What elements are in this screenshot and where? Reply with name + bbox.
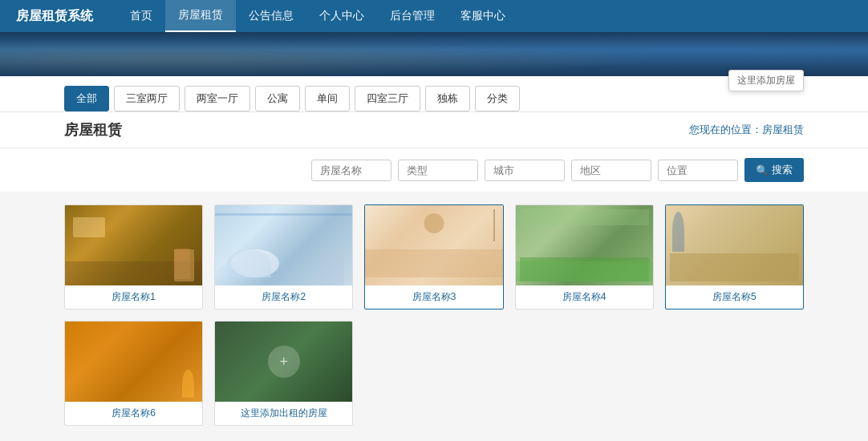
breadcrumb: 您现在的位置：房屋租赁 <box>689 123 804 137</box>
filter-tab-detached[interactable]: 独栋 <box>425 86 470 111</box>
filter-tab-single[interactable]: 单间 <box>305 86 350 111</box>
nav-admin[interactable]: 后台管理 <box>377 0 448 32</box>
house-name-1[interactable]: 房屋名称1 <box>65 285 202 309</box>
house-image-placeholder: + <box>215 322 352 402</box>
search-area-input[interactable] <box>571 160 651 181</box>
house-image-1 <box>65 205 202 285</box>
filter-area: 全部 三室两厅 两室一厅 公寓 单间 四室三厅 独栋 分类 这里添加房屋 <box>0 76 868 112</box>
house-grid-row1: 房屋名称1 房屋名称2 房屋名称3 房屋名称4 <box>64 204 804 310</box>
house-image-5 <box>666 205 803 285</box>
breadcrumb-prefix: 您现在的位置： <box>689 123 762 136</box>
search-city-input[interactable] <box>485 160 565 181</box>
filter-tab-2room1hall[interactable]: 两室一厅 <box>185 86 250 111</box>
filter-tab-category[interactable]: 分类 <box>475 86 520 111</box>
add-house-tooltip: 这里添加房屋 <box>728 70 804 91</box>
content-area: 房屋名称1 房屋名称2 房屋名称3 房屋名称4 <box>0 192 868 441</box>
search-icon: 🔍 <box>756 164 769 176</box>
house-card-6[interactable]: 房屋名称6 <box>64 321 203 426</box>
house-grid-row2: 房屋名称6 + 这里添加出租的房屋 <box>64 321 804 426</box>
house-name-placeholder[interactable]: 这里添加出租的房屋 <box>215 402 352 425</box>
house-card-5[interactable]: 房屋名称5 <box>665 204 804 310</box>
house-image-6 <box>65 322 202 402</box>
house-name-4[interactable]: 房屋名称4 <box>516 285 653 309</box>
breadcrumb-bar: 房屋租赁 您现在的位置：房屋租赁 <box>0 112 868 148</box>
house-name-6[interactable]: 房屋名称6 <box>65 402 202 425</box>
house-image-3 <box>365 205 502 285</box>
breadcrumb-current: 房屋租赁 <box>762 123 804 136</box>
nav-home[interactable]: 首页 <box>117 0 165 32</box>
nav-links: 首页 房屋租赁 公告信息 个人中心 后台管理 客服中心 <box>117 0 518 32</box>
house-card-4[interactable]: 房屋名称4 <box>515 204 654 310</box>
house-name-2[interactable]: 房屋名称2 <box>215 285 352 309</box>
house-name-5[interactable]: 房屋名称5 <box>666 285 803 309</box>
search-location-input[interactable] <box>658 160 738 181</box>
house-name-3[interactable]: 房屋名称3 <box>365 285 502 309</box>
house-card-1[interactable]: 房屋名称1 <box>64 204 203 310</box>
search-bar: 🔍 搜索 <box>0 148 868 192</box>
filter-tab-all[interactable]: 全部 <box>64 86 109 111</box>
filter-tab-3room2hall[interactable]: 三室两厅 <box>114 86 180 111</box>
search-type-input[interactable] <box>398 160 478 181</box>
page-title: 房屋租赁 <box>64 120 122 140</box>
nav-support[interactable]: 客服中心 <box>448 0 518 32</box>
search-name-input[interactable] <box>311 160 391 181</box>
navbar: 房屋租赁系统 首页 房屋租赁 公告信息 个人中心 后台管理 客服中心 <box>0 0 868 32</box>
brand-logo: 房屋租赁系统 <box>16 8 93 25</box>
search-button[interactable]: 🔍 搜索 <box>744 158 804 182</box>
filter-tab-4room3hall[interactable]: 四室三厅 <box>355 86 420 111</box>
house-card-placeholder[interactable]: + 这里添加出租的房屋 <box>214 321 353 426</box>
house-card-2[interactable]: 房屋名称2 <box>214 204 353 310</box>
nav-rental[interactable]: 房屋租赁 <box>165 0 236 32</box>
nav-announcements[interactable]: 公告信息 <box>236 0 306 32</box>
house-card-3[interactable]: 房屋名称3 <box>364 204 503 310</box>
search-button-label: 搜索 <box>772 163 793 177</box>
house-image-4 <box>516 205 653 285</box>
filter-tab-apartment[interactable]: 公寓 <box>255 86 300 111</box>
nav-profile[interactable]: 个人中心 <box>306 0 377 32</box>
house-image-2 <box>215 205 352 285</box>
filter-tabs: 全部 三室两厅 两室一厅 公寓 单间 四室三厅 独栋 分类 <box>64 86 804 111</box>
